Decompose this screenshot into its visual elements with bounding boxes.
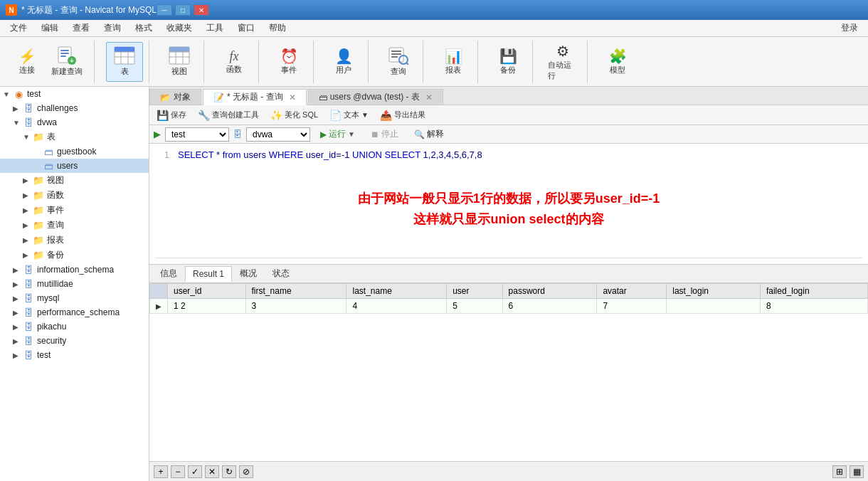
query-builder-button[interactable]: 🔧 查询创建工具 (194, 108, 263, 122)
sidebar-item-backups[interactable]: ▶ 📁 备份 (0, 248, 149, 263)
sidebar-item-views[interactable]: ▶ 📁 视图 (0, 173, 149, 188)
sidebar-label-mysql: mysql (37, 293, 59, 303)
col-header-user[interactable]: user (447, 284, 502, 299)
menu-query[interactable]: 查询 (97, 21, 128, 36)
database-select[interactable]: dvwa (246, 127, 310, 142)
explain-button[interactable]: 🔍 解释 (408, 127, 450, 142)
tab-table-icon: 🗃 (319, 92, 327, 102)
restore-button[interactable]: □ (175, 4, 191, 16)
close-button[interactable]: ✕ (194, 4, 209, 16)
sidebar-item-challenges[interactable]: ▶ 🗄 challenges (0, 101, 149, 115)
export-label: 导出结果 (394, 110, 425, 120)
sql-code-text: SELECT * from users WHERE user_id=-1 UNI… (178, 149, 482, 160)
folder-icon: 📁 (33, 132, 44, 143)
line-number-1: 1 (155, 149, 169, 160)
stop-button[interactable]: ⏹ 停止 (365, 127, 404, 142)
sidebar-item-users[interactable]: 🗃 users (0, 159, 149, 173)
sidebar-item-mutillidae[interactable]: ▶ 🗄 mutillidae (0, 277, 149, 291)
grid-view-button[interactable]: ⊞ (832, 465, 847, 478)
tab-object[interactable]: 📂 对象 (149, 89, 201, 105)
run-button[interactable]: ▶ 运行 ▼ (314, 127, 361, 142)
result-tab-overview[interactable]: 概况 (232, 265, 265, 282)
sidebar-item-test2[interactable]: ▶ 🗄 test (0, 348, 149, 362)
delete-row-button[interactable]: − (171, 465, 185, 478)
query-button[interactable]: 查询 (380, 42, 417, 82)
table-row: ▶ 1 2 3 4 5 6 7 8 (150, 299, 868, 314)
sidebar-item-dvwa[interactable]: ▼ 🗄 dvwa (0, 115, 149, 130)
main-area: ▼ ◉ test ▶ 🗄 challenges ▼ 🗄 dvwa ▼ 📁 表 🗃… (0, 87, 868, 481)
sidebar-item-guestbook[interactable]: 🗃 guestbook (0, 144, 149, 159)
menu-edit[interactable]: 编辑 (34, 21, 65, 36)
svg-rect-3 (60, 56, 66, 57)
menu-tools[interactable]: 工具 (199, 21, 231, 36)
tab-table-close[interactable]: ✕ (425, 92, 433, 102)
export-button[interactable]: 📤 导出结果 (376, 108, 430, 122)
sidebar-item-test-server[interactable]: ▼ ◉ test (0, 87, 149, 101)
sidebar-item-security[interactable]: ▶ 🗄 security (0, 334, 149, 348)
add-row-button[interactable]: + (154, 465, 168, 478)
sql-editor[interactable]: 1 SELECT * from users WHERE user_id=-1 U… (149, 144, 868, 265)
sidebar-item-reports[interactable]: ▶ 📁 报表 (0, 233, 149, 248)
db-icon-perf: 🗄 (23, 307, 34, 318)
minimize-button[interactable]: ─ (157, 4, 172, 16)
col-header-failed-login[interactable]: failed_login (760, 284, 867, 299)
stop-refresh-button[interactable]: ⊘ (239, 465, 253, 478)
sidebar-item-funcs[interactable]: ▶ 📁 函数 (0, 188, 149, 203)
sidebar-item-perf-schema[interactable]: ▶ 🗄 performance_schema (0, 305, 149, 319)
event-button[interactable]: ⏰ 事件 (270, 42, 307, 82)
tab-query-icon: 📝 (213, 92, 224, 102)
refresh-button[interactable]: ↻ (222, 465, 236, 478)
menu-file[interactable]: 文件 (3, 21, 34, 36)
sidebar-item-queries[interactable]: ▶ 📁 查询 (0, 218, 149, 233)
func-button[interactable]: fx 函数 (216, 42, 253, 82)
result-tab-result1[interactable]: Result 1 (185, 266, 232, 282)
menu-help[interactable]: 帮助 (262, 21, 293, 36)
svg-rect-7 (115, 47, 134, 52)
new-query-icon: + (57, 46, 77, 66)
tab-table[interactable]: 🗃 users @dvwa (test) - 表 ✕ (308, 89, 443, 105)
col-header-avatar[interactable]: avatar (597, 284, 667, 299)
report-button[interactable]: 📊 报表 (435, 42, 472, 82)
svg-text:+: + (70, 57, 74, 65)
sidebar-item-tables-folder[interactable]: ▼ 📁 表 (0, 130, 149, 144)
connection-select[interactable]: test (165, 127, 229, 142)
menu-window[interactable]: 窗口 (231, 21, 262, 36)
table-button[interactable]: 表 (106, 42, 143, 82)
result-tab-info[interactable]: 信息 (152, 265, 185, 282)
col-header-last-login[interactable]: last_login (667, 284, 761, 299)
sidebar-label-security: security (37, 336, 66, 346)
tab-query-close[interactable]: ✕ (289, 92, 296, 102)
form-view-button[interactable]: ▦ (850, 465, 864, 478)
row-arrow-cell: ▶ (150, 299, 168, 314)
connect-button[interactable]: ⚡ 连接 (11, 42, 43, 82)
menu-format[interactable]: 格式 (128, 21, 159, 36)
annotation-text: 由于网站一般只显示1行的数据，所以要另user_id=-1 这样就只显示unio… (358, 189, 660, 230)
autojob-button[interactable]: ⚙ 自动运行 (544, 42, 581, 82)
save-button[interactable]: 💾 保存 (152, 108, 191, 122)
user-button[interactable]: 👤 用户 (325, 42, 362, 82)
sidebar-item-info-schema[interactable]: ▶ 🗄 information_schema (0, 263, 149, 277)
text-button[interactable]: 📄 文本 ▼ (325, 108, 373, 122)
tab-query[interactable]: 📝 * 无标题 - 查询 ✕ (203, 89, 307, 105)
sidebar-item-mysql[interactable]: ▶ 🗄 mysql (0, 291, 149, 305)
result-table-wrap: user_id first_name last_name user passwo… (149, 283, 868, 461)
model-button[interactable]: 🧩 模型 (599, 42, 636, 82)
col-header-last-name[interactable]: last_name (346, 284, 447, 299)
menu-favorites[interactable]: 收藏夹 (159, 21, 199, 36)
sidebar-item-pikachu[interactable]: ▶ 🗄 pikachu (0, 319, 149, 334)
annotation-line1: 由于网站一般只显示1行的数据，所以要另user_id=-1 (358, 189, 660, 209)
login-button[interactable]: 登录 (834, 21, 865, 36)
col-header-user-id[interactable]: user_id (168, 284, 246, 299)
view-button[interactable]: 视图 (161, 42, 198, 82)
sidebar-item-events[interactable]: ▶ 📁 事件 (0, 203, 149, 218)
confirm-button[interactable]: ✓ (188, 465, 202, 478)
beautify-button[interactable]: ✨ 美化 SQL (266, 108, 322, 122)
menu-view[interactable]: 查看 (65, 21, 97, 36)
result-tab-status[interactable]: 状态 (265, 265, 297, 282)
col-header-first-name[interactable]: first_name (245, 284, 346, 299)
cancel-edit-button[interactable]: ✕ (205, 465, 219, 478)
func-label: 函数 (226, 64, 242, 75)
backup-button[interactable]: 💾 备份 (489, 42, 526, 82)
new-query-button[interactable]: + 新建查询 (46, 42, 88, 82)
col-header-password[interactable]: password (502, 284, 597, 299)
